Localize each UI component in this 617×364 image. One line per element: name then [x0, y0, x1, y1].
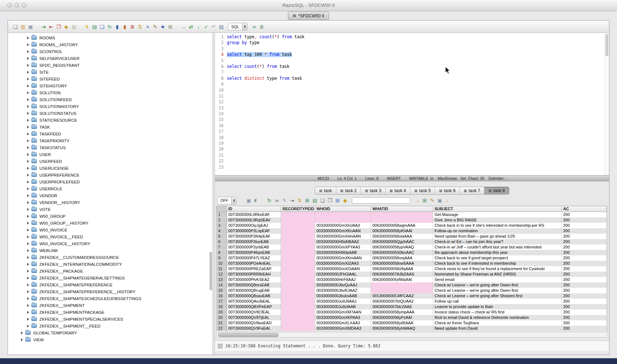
table-cell[interactable]: 200	[562, 244, 607, 250]
error-list-icon[interactable]: ≣	[129, 23, 136, 30]
disclosure-triangle-icon[interactable]	[27, 249, 29, 252]
tab-close-icon[interactable]: ⊠	[439, 189, 442, 193]
tree-scrollbar-thumb[interactable]	[210, 252, 212, 290]
result-tab-task[interactable]: ⊠task	[315, 187, 336, 194]
tree-item-userfeed[interactable]: USERFEED	[8, 158, 212, 165]
table-cell[interactable]: Rick to email David & reference Delmonte…	[433, 315, 562, 320]
disclosure-triangle-icon[interactable]	[27, 181, 29, 183]
table-cell[interactable]: 00T3000000L0RqSEAV	[227, 217, 281, 223]
align-list-icon[interactable]: ≡	[144, 23, 151, 30]
table-cell[interactable]: 0033000000GmXOiAAN	[315, 266, 371, 272]
disclosure-triangle-icon[interactable]	[27, 43, 29, 46]
table-cell[interactable]: 00T3000000P3N4pEAF	[227, 234, 281, 239]
result-tab-task-6[interactable]: ⊠task 6	[435, 187, 459, 194]
table-cell[interactable]: 00T3000000QV9FaEAL	[227, 326, 281, 331]
tree-item-zkfedex__shipmatepreference[interactable]: ZKFEDEX__SHIPMATEPREFERENCE	[8, 281, 212, 288]
disclosure-triangle-icon[interactable]	[21, 338, 23, 341]
view-row-icon[interactable]: ∞	[273, 197, 281, 204]
tree-item-zkfedex__shipmatepreference__history[interactable]: ZKFEDEX__SHIPMATEPREFERENCE__HISTORY	[8, 288, 212, 295]
table-row[interactable]: 2000T3000000QV8TjEAL0033000000GmXKPAA300…	[217, 315, 607, 320]
code-line[interactable]: select distinct type from task	[227, 75, 609, 81]
tree-item-userrole[interactable]: USERROLE	[8, 185, 212, 192]
tree-item-solutionfeed[interactable]: SOLUTIONFEED	[8, 96, 212, 103]
table-cell[interactable]: 200	[562, 309, 607, 315]
table-cell[interactable]	[281, 309, 315, 315]
table-cell[interactable]: 200	[562, 293, 607, 299]
table-cell[interactable]: Check w/ Leanne – we're going after Owen…	[433, 282, 562, 288]
table-row[interactable]: 2200T3000000QV9FaEAL0033000000GmXMDAA300…	[217, 326, 607, 331]
swap-statements-icon[interactable]: ⇄	[187, 23, 195, 30]
table-cell[interactable]: 006300000058yhWAAQ	[371, 326, 433, 331]
tree-item-w50_invoice__feed[interactable]: W50_INVOICE__FEED	[8, 233, 212, 240]
tree-scrollbar[interactable]	[209, 33, 212, 355]
table-cell[interactable]	[281, 223, 315, 228]
table-cell[interactable]	[281, 272, 315, 277]
refresh-results-icon[interactable]: ↻	[266, 197, 273, 204]
table-cell[interactable]	[281, 320, 315, 326]
tree-item-global temporary[interactable]: GLOBAL TEMPORARY	[8, 329, 212, 336]
hscrollbar-thumb[interactable]	[218, 333, 279, 337]
disconnect-icon[interactable]: ⇤	[47, 23, 55, 30]
tree-item-selfserviceuser[interactable]: SELFSERVICEUSER	[8, 55, 212, 62]
tree-item-zkfedex__shipmatescheduledjobssettings[interactable]: ZKFEDEX__SHIPMATESCHEDULEDJOBSSETTINGS	[8, 295, 212, 302]
table-cell[interactable]: 200	[562, 326, 607, 331]
table-cell[interactable]	[281, 217, 315, 223]
disclosure-triangle-icon[interactable]	[27, 297, 29, 300]
sql-editor[interactable]: 1234567891011121314151617181920212223 se…	[215, 33, 609, 175]
table-cell[interactable]: 200	[562, 266, 607, 272]
table-cell[interactable]: 0033000000JbukoAAB	[315, 293, 371, 299]
disclosure-triangle-icon[interactable]	[27, 133, 29, 135]
split-divider[interactable]	[212, 33, 215, 355]
edit-list-icon[interactable]: ✎	[151, 23, 159, 30]
disclosure-triangle-icon[interactable]	[21, 332, 23, 334]
log-view-icon[interactable]: ▤	[217, 23, 225, 30]
select-columns-icon[interactable]: ▤	[311, 197, 319, 204]
open-file-icon[interactable]: ▥	[19, 23, 27, 30]
commit-icon[interactable]: ✓	[202, 23, 210, 30]
table-cell[interactable]: 200	[562, 212, 607, 217]
disclosure-triangle-icon[interactable]	[27, 119, 29, 122]
table-cell[interactable]: Get Massage	[433, 212, 562, 217]
disclosure-triangle-icon[interactable]	[27, 304, 29, 307]
table-cell[interactable]: 0033000000GmXHnAAN	[315, 234, 371, 239]
code-line[interactable]	[227, 46, 609, 52]
table-row[interactable]: 1900T3000000QV8CfEAL0033000000GmXM7AAN00…	[217, 309, 607, 315]
tree-item-weblink[interactable]: WEBLINK	[8, 247, 212, 254]
column-header-whatid[interactable]: WHATID	[371, 206, 433, 212]
table-cell[interactable]	[281, 234, 315, 239]
sort-rows-icon[interactable]: ⇅	[296, 197, 303, 204]
disclosure-triangle-icon[interactable]	[27, 194, 29, 197]
table-cell[interactable]: Invoice status check – check w/ RS first	[433, 309, 562, 315]
minimize-window-button[interactable]	[14, 3, 19, 8]
code-line[interactable]: select count(*) from task	[227, 64, 609, 69]
tree-item-zkfedex__internationalcommodity[interactable]: ZKFEDEX__INTERNATIONALCOMMODITY	[8, 261, 212, 268]
table-cell[interactable]: Need update from David	[433, 326, 562, 331]
code-line[interactable]	[227, 69, 609, 75]
tree-item-w50_invoice__history[interactable]: W50_INVOICE__HISTORY	[8, 240, 212, 247]
table-cell[interactable]: Send email	[433, 277, 562, 282]
sql-code-area[interactable]: select type, count(*) from taskgroup by …	[226, 34, 609, 175]
close-window-button[interactable]	[7, 3, 12, 8]
tree-item-solutionhistory[interactable]: SOLUTIONHISTORY	[8, 103, 212, 110]
table-cell[interactable]	[371, 282, 433, 288]
tree-item-w50_invoice[interactable]: W50_INVOICE	[8, 226, 212, 233]
favorites-star-icon[interactable]: ★	[159, 23, 167, 30]
book-orange-icon[interactable]: ▮	[121, 23, 129, 30]
disclosure-triangle-icon[interactable]	[27, 57, 29, 60]
table-cell[interactable]: 006300000058ypVAAQ	[371, 244, 433, 250]
table-row[interactable]: 100T3000000L0RknEAFGet Massage200	[217, 212, 607, 217]
table-cell[interactable]: 00630000005S0bnAAC	[371, 250, 433, 255]
table-row[interactable]: 1300T3000000PfvKSEAZ0033000000HirF8AAJ00…	[217, 277, 607, 282]
tree-item-site[interactable]: SITE	[8, 69, 212, 75]
table-row[interactable]: 200T3000000L0RqSEAVGive Jenn a BIG RAISE…	[217, 217, 607, 223]
disclosure-triangle-icon[interactable]	[27, 283, 29, 286]
table-cell[interactable]	[281, 282, 315, 288]
table-cell[interactable]: 0033000000JFhGlAAL	[315, 272, 371, 277]
export-down-icon[interactable]: ↓	[444, 197, 451, 204]
table-cell[interactable]: 00T3000000Q8rexEAB	[227, 282, 281, 288]
table-cell[interactable]: 00630000007blc2AAE	[371, 304, 433, 309]
disclosure-triangle-icon[interactable]	[27, 146, 29, 149]
disclosure-triangle-icon[interactable]	[27, 263, 29, 266]
combo-stepper-icon[interactable]	[242, 23, 247, 30]
go-down-icon[interactable]: ↓	[195, 23, 202, 30]
